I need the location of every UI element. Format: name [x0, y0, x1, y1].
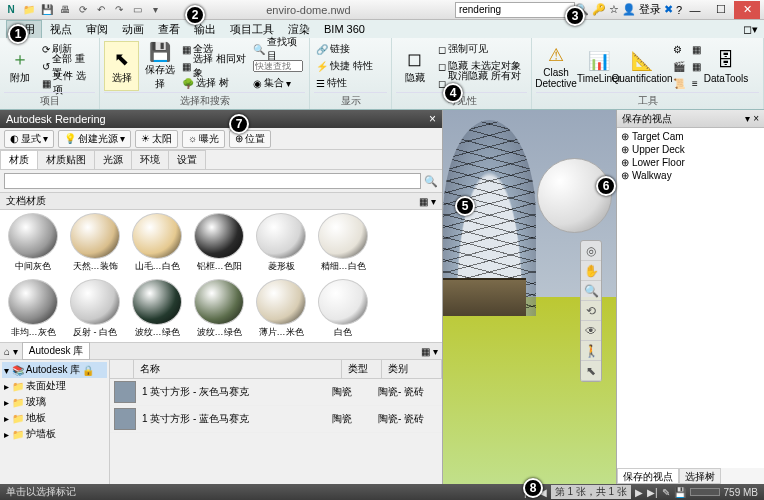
- zoom-icon[interactable]: 🔍: [581, 281, 601, 301]
- help-search-input[interactable]: [455, 2, 575, 18]
- viewpoint-item[interactable]: ⊕ Target Cam: [619, 130, 762, 143]
- open-icon[interactable]: 📁: [22, 3, 36, 17]
- table-row[interactable]: 1 英寸方形 - 蓝色马赛克陶瓷陶瓷- 瓷砖: [110, 406, 442, 433]
- rendering-panel-close-icon[interactable]: ×: [429, 112, 436, 126]
- login-link[interactable]: 登录: [639, 2, 661, 17]
- animator-button[interactable]: 🎬: [671, 58, 687, 74]
- material-search-input[interactable]: [4, 173, 421, 189]
- redo-icon[interactable]: ↷: [112, 3, 126, 17]
- key-icon[interactable]: 🔑: [592, 3, 606, 16]
- viewpoint-item[interactable]: ⊕ Walkway: [619, 169, 762, 182]
- require-button[interactable]: ◻ 强制可见: [436, 41, 527, 57]
- close-button[interactable]: ✕: [734, 1, 760, 19]
- clash-detective-button[interactable]: ⚠Clash Detective: [536, 41, 576, 91]
- material-swatch[interactable]: 精细…白色: [313, 213, 373, 273]
- steering-wheel-icon[interactable]: ◎: [581, 241, 601, 261]
- viewpoint-item[interactable]: ⊕ Upper Deck: [619, 143, 762, 156]
- autodesk-render-button[interactable]: ⚙: [671, 41, 687, 57]
- tab-environment[interactable]: 环境: [131, 150, 169, 169]
- links-button[interactable]: 🔗 链接: [314, 41, 375, 57]
- tab-lighting[interactable]: 光源: [94, 150, 132, 169]
- viewpoint-item[interactable]: ⊕ Lower Floor: [619, 156, 762, 169]
- undo-icon[interactable]: ↶: [94, 3, 108, 17]
- find-items-button[interactable]: 🔍 查找项目: [251, 41, 305, 57]
- tab-bim360[interactable]: BIM 360: [318, 22, 371, 36]
- quantification-button[interactable]: 📐Quantification: [622, 41, 662, 91]
- user-icon[interactable]: 👤: [622, 3, 636, 16]
- material-swatch[interactable]: 山毛…白色: [127, 213, 187, 273]
- select-tool-icon[interactable]: ⬉: [581, 361, 601, 381]
- sun-button[interactable]: ☀ 太阳: [135, 130, 178, 148]
- material-swatch[interactable]: 天然…装饰: [65, 213, 125, 273]
- panel-options-icon[interactable]: ▾ ×: [745, 113, 759, 124]
- tab-settings[interactable]: 设置: [168, 150, 206, 169]
- walk-icon[interactable]: 🚶: [581, 341, 601, 361]
- print-icon[interactable]: 🖶: [58, 3, 72, 17]
- view-mode-icon[interactable]: ▦ ▾: [419, 196, 436, 207]
- look-icon[interactable]: 👁: [581, 321, 601, 341]
- save-icon[interactable]: 💾: [40, 3, 54, 17]
- sheet-next-icon[interactable]: ▶: [635, 487, 643, 498]
- orbit-icon[interactable]: ⟲: [581, 301, 601, 321]
- sets-button[interactable]: ◉ 集合 ▾: [251, 75, 305, 91]
- home-icon[interactable]: ⌂ ▾: [4, 346, 18, 357]
- star-icon[interactable]: ☆: [609, 3, 619, 16]
- tab-material-mapping[interactable]: 材质贴图: [37, 150, 95, 169]
- create-light-button[interactable]: 💡 创建光源 ▾: [58, 130, 131, 148]
- material-swatch[interactable]: 反射 - 白色: [65, 279, 125, 339]
- pencil-icon[interactable]: ✎: [662, 487, 670, 498]
- datatools-button[interactable]: 🗄DataTools: [706, 41, 746, 91]
- col-name[interactable]: 名称: [134, 360, 342, 378]
- refresh-icon[interactable]: ⟳: [76, 3, 90, 17]
- file-options-button[interactable]: ▦ 文件 选项: [40, 75, 95, 91]
- exposure-button[interactable]: ☼ 曝光: [182, 130, 225, 148]
- lib-breadcrumb[interactable]: Autodesk 库: [22, 342, 90, 360]
- select-icon[interactable]: ▭: [130, 3, 144, 17]
- disk-icon[interactable]: 💾: [674, 487, 686, 498]
- search-icon[interactable]: 🔍: [424, 175, 438, 188]
- pan-icon[interactable]: ✋: [581, 261, 601, 281]
- quick-props-button[interactable]: ⚡ 快捷 特性: [314, 58, 375, 74]
- tree-node-surface[interactable]: ▸ 📁 表面处理: [2, 378, 107, 394]
- tab-review[interactable]: 审阅: [80, 21, 114, 38]
- tree-node-autodesk-lib[interactable]: ▾ 📚 Autodesk 库 🔒: [2, 362, 107, 378]
- tab-view[interactable]: 查看: [152, 21, 186, 38]
- selection-tree-button[interactable]: 🌳 选择 树: [180, 75, 248, 91]
- col-type[interactable]: 类型: [342, 360, 382, 378]
- timeliner-button[interactable]: 📊TimeLiner: [579, 41, 619, 91]
- tab-saved-viewpoints[interactable]: 保存的视点: [617, 468, 679, 484]
- material-swatch[interactable]: 白色: [313, 279, 373, 339]
- app-icon[interactable]: N: [4, 3, 18, 17]
- maximize-button[interactable]: ☐: [708, 1, 734, 19]
- material-swatch[interactable]: 薄片…米色: [251, 279, 311, 339]
- tab-selection-tree[interactable]: 选择树: [679, 468, 721, 484]
- tree-node-wall[interactable]: ▸ 📁 护墙板: [2, 426, 107, 442]
- tree-node-glass[interactable]: ▸ 📁 玻璃: [2, 394, 107, 410]
- qat-dropdown-icon[interactable]: ▾: [148, 3, 162, 17]
- select-button[interactable]: ⬉选择: [104, 41, 139, 91]
- sheet-last-icon[interactable]: ▶|: [647, 487, 658, 498]
- quick-find-input[interactable]: [251, 58, 305, 74]
- 3d-viewport[interactable]: ◎ ✋ 🔍 ⟲ 👁 🚶 ⬉: [443, 110, 616, 484]
- scripter-button[interactable]: 📜: [671, 75, 687, 91]
- material-swatch[interactable]: 非均…灰色: [3, 279, 63, 339]
- material-swatch[interactable]: 菱形板: [251, 213, 311, 273]
- tab-materials[interactable]: 材质: [0, 150, 38, 169]
- display-mode-button[interactable]: ◐ 显式 ▾: [4, 130, 54, 148]
- tab-animation[interactable]: 动画: [116, 21, 150, 38]
- material-swatch[interactable]: 中间灰色: [3, 213, 63, 273]
- batch-button[interactable]: ▦: [690, 58, 703, 74]
- select-same-button[interactable]: ▦ 选择 相同对象: [180, 58, 248, 74]
- compare-button[interactable]: ≡: [690, 75, 703, 91]
- appearance-button[interactable]: ▦: [690, 41, 703, 57]
- properties-button[interactable]: ☰ 特性: [314, 75, 375, 91]
- hide-button[interactable]: ◻隐藏: [396, 41, 433, 91]
- material-swatch[interactable]: 铝框…色阳: [189, 213, 249, 273]
- append-button[interactable]: ＋附加: [4, 41, 37, 91]
- ribbon-toggle-icon[interactable]: ◻▾: [743, 23, 758, 36]
- minimize-button[interactable]: —: [682, 1, 708, 19]
- col-category[interactable]: 类别: [382, 360, 442, 378]
- save-selection-button[interactable]: 💾保存选择: [142, 41, 177, 91]
- material-swatch[interactable]: 波纹…绿色: [127, 279, 187, 339]
- viewcube[interactable]: [537, 158, 612, 233]
